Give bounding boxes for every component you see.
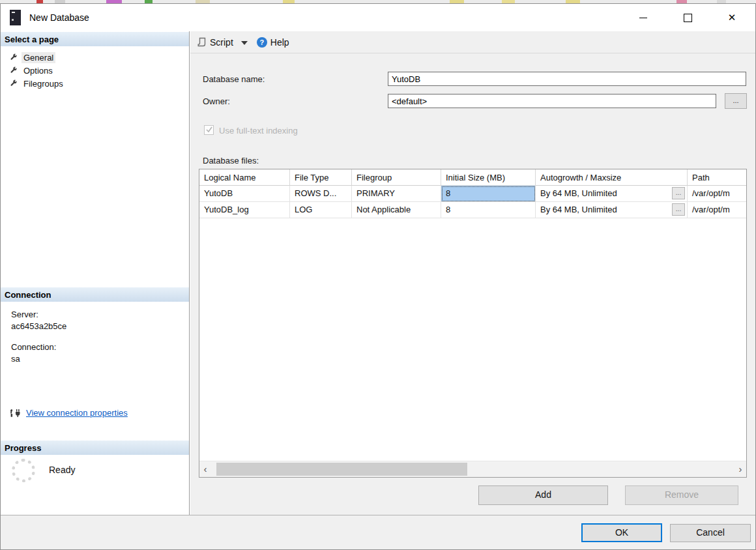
cell-path[interactable]: /var/opt/m	[688, 186, 746, 202]
script-button[interactable]: Script	[210, 37, 233, 48]
fulltext-checkbox	[204, 125, 214, 135]
progress-status: Ready	[49, 465, 75, 475]
column-header-autogrowth[interactable]: Autogrowth / Maxsize	[536, 169, 688, 186]
view-connection-properties-link[interactable]: View connection properties	[26, 408, 128, 418]
scrollbar-thumb[interactable]	[216, 463, 467, 476]
table-row: YutoDB ROWS D... PRIMARY 8 By 64 MB, Unl…	[199, 186, 746, 202]
sidebar: Select a page General Options Filegroups…	[1, 31, 190, 515]
new-database-dialog: New Database ✕ Select a page General Opt…	[0, 0, 756, 550]
autogrowth-value: By 64 MB, Unlimited	[540, 188, 617, 198]
checkmark-icon	[205, 126, 213, 134]
window-title: New Database	[29, 12, 89, 23]
connection-info: Server: ac6453a2b5ce Connection: sa	[11, 309, 184, 374]
footer-bar: OK Cancel	[1, 515, 755, 549]
owner-browse-button[interactable]: ...	[725, 93, 747, 109]
owner-label: Owner:	[203, 96, 230, 106]
connection-properties-icon	[10, 409, 21, 418]
title-bar: New Database ✕	[1, 4, 755, 31]
spinner-icon	[12, 459, 35, 482]
column-header-initial-size[interactable]: Initial Size (MB)	[441, 169, 536, 186]
toolbar: Script ? Help	[190, 31, 755, 53]
cell-file-type[interactable]: LOG	[290, 202, 352, 218]
scroll-left-arrow-icon[interactable]: ‹	[199, 461, 211, 477]
table-row: YutoDB_log LOG Not Applicable 8 By 64 MB…	[199, 202, 746, 218]
cell-file-type[interactable]: ROWS D...	[290, 186, 352, 202]
close-icon: ✕	[728, 12, 736, 23]
server-value: ac6453a2b5ce	[11, 321, 184, 332]
minimize-icon	[639, 18, 647, 18]
cancel-button[interactable]: Cancel	[670, 524, 751, 542]
sidebar-item-label: Filegroups	[22, 78, 65, 89]
fulltext-label: Use full-text indexing	[219, 126, 298, 136]
grid-header-row: Logical Name File Type Filegroup Initial…	[199, 169, 746, 186]
view-connection-properties[interactable]: View connection properties	[10, 408, 128, 418]
cell-initial-size[interactable]: 8	[441, 202, 536, 218]
maximize-icon	[684, 14, 692, 22]
wrench-icon	[10, 53, 18, 61]
cell-logical-name[interactable]: YutoDB	[199, 186, 290, 202]
sidebar-item-options[interactable]: Options	[1, 64, 189, 77]
content-panel: Script ? Help Database name: Owner: ... …	[190, 31, 755, 515]
column-header-filegroup[interactable]: Filegroup	[352, 169, 441, 186]
close-button[interactable]: ✕	[716, 7, 748, 29]
wrench-icon	[10, 66, 18, 74]
cell-logical-name[interactable]: YutoDB_log	[199, 202, 290, 218]
cell-path[interactable]: /var/opt/m	[688, 202, 746, 218]
desktop-background-strip	[0, 0, 756, 3]
autogrowth-value: By 64 MB, Unlimited	[540, 205, 617, 214]
sidebar-item-general[interactable]: General	[1, 51, 189, 64]
sidebar-item-filegroups[interactable]: Filegroups	[1, 77, 189, 90]
cell-filegroup[interactable]: PRIMARY	[352, 186, 441, 202]
script-scroll-icon	[197, 37, 207, 47]
database-files-label: Database files:	[203, 156, 259, 166]
cell-autogrowth[interactable]: By 64 MB, Unlimited ...	[536, 202, 688, 218]
database-dialog-icon	[10, 10, 21, 25]
column-header-file-type[interactable]: File Type	[290, 169, 352, 186]
scroll-right-arrow-icon[interactable]: ›	[734, 461, 746, 477]
remove-button[interactable]: Remove	[625, 485, 738, 505]
autogrowth-browse-button[interactable]: ...	[672, 187, 685, 199]
horizontal-scrollbar[interactable]: ‹ ›	[199, 461, 746, 477]
connection-label: Connection:	[11, 341, 184, 353]
help-question-icon: ?	[257, 37, 267, 48]
chevron-down-icon[interactable]	[241, 41, 248, 45]
autogrowth-browse-button[interactable]: ...	[672, 203, 685, 216]
help-button[interactable]: Help	[270, 37, 289, 48]
cell-autogrowth[interactable]: By 64 MB, Unlimited ...	[536, 186, 688, 202]
database-name-label: Database name:	[203, 74, 265, 84]
cell-filegroup[interactable]: Not Applicable	[352, 202, 441, 218]
cell-initial-size-selected[interactable]: 8	[441, 186, 536, 202]
select-a-page-header: Select a page	[1, 31, 189, 46]
sidebar-item-label: Options	[22, 65, 55, 76]
connection-section-header: Connection	[1, 287, 189, 302]
ok-button[interactable]: OK	[581, 523, 662, 542]
database-name-input[interactable]	[388, 72, 746, 86]
wrench-icon	[10, 80, 18, 87]
server-label: Server:	[11, 309, 184, 321]
progress-section-header: Progress	[1, 440, 189, 455]
owner-input[interactable]	[388, 94, 716, 108]
add-button[interactable]: Add	[478, 485, 608, 505]
column-header-path[interactable]: Path	[688, 169, 746, 186]
maximize-button[interactable]	[672, 7, 703, 29]
database-files-grid: Logical Name File Type Filegroup Initial…	[199, 169, 747, 478]
column-header-logical-name[interactable]: Logical Name	[199, 169, 290, 186]
minimize-button[interactable]	[628, 7, 659, 29]
connection-value: sa	[11, 353, 184, 365]
page-list: General Options Filegroups	[1, 46, 189, 90]
sidebar-item-label: General	[22, 52, 55, 63]
